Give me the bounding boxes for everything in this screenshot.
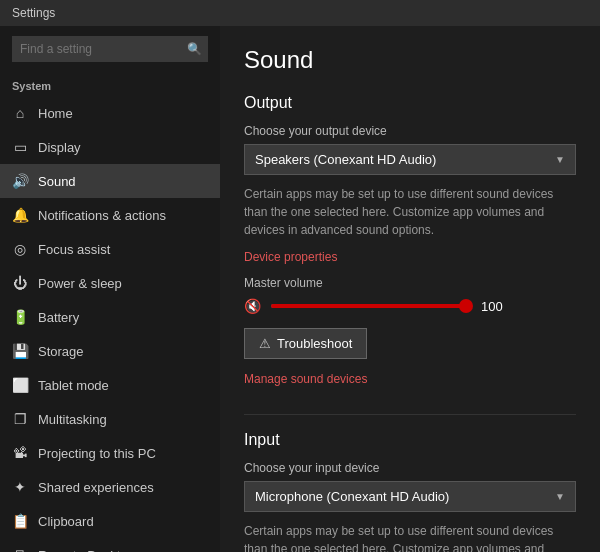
speaker-icon: 🔇 [244, 298, 261, 314]
notifications-icon: 🔔 [12, 207, 28, 223]
sidebar-item-label: Multitasking [38, 412, 107, 427]
sidebar-item-label: Sound [38, 174, 76, 189]
section-divider [244, 414, 576, 415]
chevron-down-icon: ▼ [555, 491, 565, 502]
clipboard-icon: 📋 [12, 513, 28, 529]
main-layout: 🔍 System ⌂ Home ▭ Display 🔊 Sound 🔔 Noti… [0, 26, 600, 552]
sidebar-item-tablet[interactable]: ⬜ Tablet mode [0, 368, 220, 402]
sidebar-item-clipboard[interactable]: 📋 Clipboard [0, 504, 220, 538]
sidebar-item-label: Clipboard [38, 514, 94, 529]
sidebar-item-label: Power & sleep [38, 276, 122, 291]
sidebar-item-label: Home [38, 106, 73, 121]
volume-section: Master volume 🔇 100 [244, 276, 576, 314]
title-bar-label: Settings [12, 6, 55, 20]
output-info-text: Certain apps may be set up to use differ… [244, 185, 576, 239]
page-title: Sound [244, 46, 576, 74]
focus-icon: ◎ [12, 241, 28, 257]
sidebar-item-label: Remote Desktop [38, 548, 135, 553]
multitasking-icon: ❐ [12, 411, 28, 427]
sidebar-item-display[interactable]: ▭ Display [0, 130, 220, 164]
sidebar-item-notifications[interactable]: 🔔 Notifications & actions [0, 198, 220, 232]
volume-slider[interactable] [271, 304, 471, 308]
projecting-icon: 📽 [12, 445, 28, 461]
input-info-text: Certain apps may be set up to use differ… [244, 522, 576, 552]
sidebar-item-remote[interactable]: 🖥 Remote Desktop [0, 538, 220, 552]
power-icon: ⏻ [12, 275, 28, 291]
sidebar-item-label: Focus assist [38, 242, 110, 257]
sidebar: 🔍 System ⌂ Home ▭ Display 🔊 Sound 🔔 Noti… [0, 26, 220, 552]
sidebar-item-projecting[interactable]: 📽 Projecting to this PC [0, 436, 220, 470]
search-container[interactable]: 🔍 [12, 36, 208, 62]
sidebar-item-label: Battery [38, 310, 79, 325]
sidebar-item-focus[interactable]: ◎ Focus assist [0, 232, 220, 266]
input-device-value: Microphone (Conexant HD Audio) [255, 489, 449, 504]
input-section-title: Input [244, 431, 576, 449]
slider-fill [271, 304, 471, 308]
remote-icon: 🖥 [12, 547, 28, 552]
sidebar-item-label: Storage [38, 344, 84, 359]
sidebar-item-battery[interactable]: 🔋 Battery [0, 300, 220, 334]
search-input[interactable] [12, 36, 208, 62]
sidebar-item-label: Shared experiences [38, 480, 154, 495]
output-device-dropdown[interactable]: Speakers (Conexant HD Audio) ▼ [244, 144, 576, 175]
output-troubleshoot-button[interactable]: ⚠ Troubleshoot [244, 328, 367, 359]
volume-row: 🔇 100 [244, 298, 576, 314]
shared-icon: ✦ [12, 479, 28, 495]
sidebar-item-shared[interactable]: ✦ Shared experiences [0, 470, 220, 504]
storage-icon: 💾 [12, 343, 28, 359]
output-device-value: Speakers (Conexant HD Audio) [255, 152, 436, 167]
sidebar-item-label: Notifications & actions [38, 208, 166, 223]
input-device-label: Choose your input device [244, 461, 576, 475]
content-area: Sound Output Choose your output device S… [220, 26, 600, 552]
output-device-label: Choose your output device [244, 124, 576, 138]
sidebar-item-label: Tablet mode [38, 378, 109, 393]
display-icon: ▭ [12, 139, 28, 155]
title-bar: Settings [0, 0, 600, 26]
warning-icon: ⚠ [259, 336, 271, 351]
tablet-icon: ⬜ [12, 377, 28, 393]
sidebar-item-label: Display [38, 140, 81, 155]
manage-sound-link[interactable]: Manage sound devices [244, 372, 367, 386]
home-icon: ⌂ [12, 105, 28, 121]
slider-thumb [459, 299, 473, 313]
chevron-down-icon: ▼ [555, 154, 565, 165]
sidebar-item-home[interactable]: ⌂ Home [0, 96, 220, 130]
volume-value: 100 [481, 299, 511, 314]
search-icon: 🔍 [187, 42, 202, 56]
sidebar-item-label: Projecting to this PC [38, 446, 156, 461]
sidebar-item-power[interactable]: ⏻ Power & sleep [0, 266, 220, 300]
output-section-title: Output [244, 94, 576, 112]
sidebar-item-storage[interactable]: 💾 Storage [0, 334, 220, 368]
sidebar-item-multitasking[interactable]: ❐ Multitasking [0, 402, 220, 436]
sound-icon: 🔊 [12, 173, 28, 189]
sidebar-item-sound[interactable]: 🔊 Sound [0, 164, 220, 198]
troubleshoot-label: Troubleshoot [277, 336, 352, 351]
input-device-dropdown[interactable]: Microphone (Conexant HD Audio) ▼ [244, 481, 576, 512]
section-label: System [0, 72, 220, 96]
volume-label: Master volume [244, 276, 576, 290]
battery-icon: 🔋 [12, 309, 28, 325]
output-device-properties-link[interactable]: Device properties [244, 250, 337, 264]
